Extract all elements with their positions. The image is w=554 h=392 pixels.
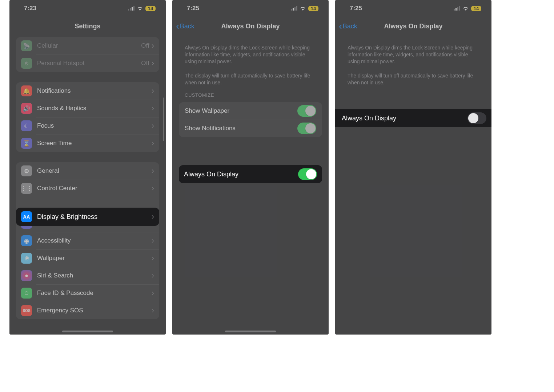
row-label: Show Notifications [185, 125, 236, 132]
chevron-right-icon: › [152, 306, 154, 315]
cellular-signal-icon [454, 6, 460, 11]
row-always-on-display[interactable]: Always On Display [335, 109, 491, 127]
chevron-right-icon: › [152, 184, 154, 193]
row-label: Personal Hotspot [37, 60, 141, 67]
aod-scroll[interactable]: Always On Display dims the Lock Screen w… [172, 36, 329, 335]
status-time: 7:23 [24, 5, 36, 12]
chevron-right-icon: › [152, 212, 154, 221]
customize-list: Show Wallpaper Show Notifications [179, 102, 322, 137]
chevron-right-icon: › [152, 121, 154, 131]
chevron-left-icon: ‹ [339, 21, 342, 31]
wifi-icon [137, 6, 143, 11]
back-button[interactable]: ‹ Back [339, 17, 357, 36]
settings-scroll[interactable]: 📡 Cellular Off › ⎋ Personal Hotspot Off … [9, 36, 166, 335]
row-notifications[interactable]: 🔔 Notifications › [16, 82, 159, 100]
toggle-always-on-display[interactable] [467, 112, 486, 124]
row-focus[interactable]: ☾ Focus › [16, 117, 159, 135]
row-display-brightness[interactable]: AA Display & Brightness › [16, 208, 159, 226]
text-size-icon: AA [21, 211, 32, 222]
row-show-notifications[interactable]: Show Notifications [179, 120, 322, 137]
group-network: 📡 Cellular Off › ⎋ Personal Hotspot Off … [16, 37, 159, 72]
row-screen-time[interactable]: ⌛ Screen Time › [16, 135, 159, 152]
svg-rect-11 [459, 6, 460, 11]
nav-bar: Settings [9, 17, 166, 36]
hotspot-icon: ⎋ [21, 58, 32, 69]
chevron-right-icon: › [152, 166, 154, 176]
row-siri-search[interactable]: ● Siri & Search › [16, 267, 159, 284]
row-show-wallpaper[interactable]: Show Wallpaper [179, 102, 322, 120]
chevron-right-icon: › [152, 288, 154, 298]
row-label: Wallpaper [37, 255, 152, 262]
hourglass-icon: ⌛ [21, 138, 32, 149]
svg-rect-2 [132, 7, 133, 11]
row-emergency-sos[interactable]: SOS Emergency SOS › [16, 302, 159, 319]
row-label: Cellular [37, 42, 141, 49]
chevron-right-icon: › [152, 104, 154, 113]
row-faceid-passcode[interactable]: ☺ Face ID & Passcode › [16, 284, 159, 302]
toggle-show-wallpaper[interactable] [297, 105, 316, 117]
gear-icon: ⚙ [21, 165, 32, 176]
svg-rect-3 [133, 6, 135, 11]
face-icon: ☺ [21, 288, 32, 299]
wifi-icon [300, 6, 306, 11]
chevron-right-icon: › [152, 59, 154, 68]
row-wallpaper[interactable]: ❀ Wallpaper › [16, 249, 159, 267]
aod-scroll[interactable]: Always On Display dims the Lock Screen w… [335, 36, 491, 335]
row-always-on-display[interactable]: Always On Display [179, 165, 322, 183]
sos-icon: SOS [21, 305, 32, 316]
flower-icon: ❀ [21, 253, 32, 264]
status-right: 14 [128, 6, 156, 11]
battery-level-icon: 14 [145, 6, 156, 11]
phone-settings: 7:23 14 Settings 📡 Cellular Off › ⎋ Pers… [9, 0, 166, 335]
row-personal-hotspot[interactable]: ⎋ Personal Hotspot Off › [16, 55, 159, 72]
chevron-right-icon: › [152, 236, 154, 245]
toggle-show-notifications[interactable] [297, 123, 316, 134]
row-label: Always On Display [184, 171, 298, 178]
row-general[interactable]: ⚙ General › [16, 162, 159, 180]
status-bar: 7:25 14 [172, 0, 329, 17]
status-bar: 7:23 14 [9, 0, 166, 17]
chevron-right-icon: › [152, 139, 154, 148]
accessibility-icon: ◉ [21, 235, 32, 246]
aod-description-2: The display will turn off automatically … [172, 72, 329, 86]
siri-icon: ● [21, 270, 32, 281]
chevron-right-icon: › [152, 271, 154, 280]
svg-rect-7 [296, 6, 297, 11]
toggles-icon: ⋮⋮ [21, 183, 32, 194]
svg-rect-10 [457, 7, 458, 11]
cellular-signal-icon [291, 6, 297, 11]
row-control-center[interactable]: ⋮⋮ Control Center › [16, 180, 159, 197]
row-accessibility[interactable]: ◉ Accessibility › [16, 232, 159, 249]
battery-level-icon: 14 [308, 6, 318, 11]
antenna-icon: 📡 [21, 40, 32, 51]
row-label: Control Center [37, 185, 152, 192]
chevron-left-icon: ‹ [176, 21, 179, 31]
row-label: Accessibility [37, 237, 152, 244]
home-indicator[interactable] [62, 331, 113, 332]
row-sounds-haptics[interactable]: 🔊 Sounds & Haptics › [16, 100, 159, 117]
bell-icon: 🔔 [21, 85, 32, 96]
svg-rect-9 [455, 8, 457, 11]
row-cellular[interactable]: 📡 Cellular Off › [16, 37, 159, 55]
home-indicator[interactable] [225, 331, 276, 332]
svg-rect-5 [293, 8, 294, 11]
row-label: Siri & Search [37, 272, 152, 279]
page-title: Settings [75, 23, 100, 30]
row-label: Display & Brightness [37, 213, 152, 221]
aod-description-2: The display will turn off automatically … [335, 72, 491, 86]
wifi-icon [462, 6, 469, 11]
status-bar: 7:25 14 [335, 0, 491, 17]
svg-rect-6 [294, 7, 296, 11]
back-label: Back [180, 23, 194, 30]
svg-rect-8 [454, 9, 455, 11]
aod-description-1: Always On Display dims the Lock Screen w… [335, 44, 491, 65]
back-button[interactable]: ‹ Back [176, 17, 194, 36]
chevron-right-icon: › [152, 253, 154, 263]
toggle-always-on-display[interactable] [298, 168, 317, 180]
scrollbar[interactable] [163, 97, 164, 141]
speaker-icon: 🔊 [21, 103, 32, 114]
moon-icon: ☾ [21, 120, 32, 131]
group-general: ⚙ General › ⋮⋮ Control Center › . ▦ Home… [16, 162, 159, 319]
phone-aod-on: 7:25 14 ‹ Back Always On Display Always … [172, 0, 329, 335]
chevron-right-icon: › [152, 86, 154, 96]
